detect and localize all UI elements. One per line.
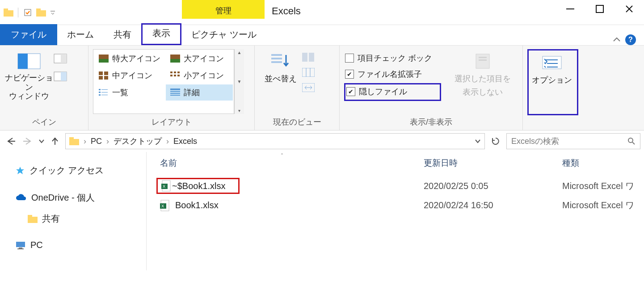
- tab-view[interactable]: 表示: [141, 23, 181, 45]
- view-layout-gallery[interactable]: 特大アイコン 大アイコン 中アイコン 小アイコン 一覧 詳細: [93, 49, 234, 114]
- properties-icon[interactable]: [22, 7, 34, 18]
- sort-by-label: 並べ替え: [265, 73, 297, 84]
- new-folder-icon[interactable]: [35, 7, 47, 18]
- file-row[interactable]: X Book1.xlsx 2020/02/24 16:50 Microsoft …: [147, 197, 644, 214]
- tree-onedrive-shared[interactable]: 共有: [15, 208, 143, 229]
- file-row[interactable]: X ~$Book1.xlsx 2020/02/25 0:05 Microsoft…: [147, 175, 644, 197]
- layout-large-icons[interactable]: 大アイコン: [166, 50, 233, 67]
- column-name[interactable]: 名前: [160, 157, 424, 169]
- svg-rect-2: [25, 9, 31, 16]
- layout-gallery-scrollbar[interactable]: ▲▼▾: [234, 49, 244, 114]
- svg-marker-54: [16, 167, 24, 174]
- svg-rect-47: [479, 57, 487, 58]
- svg-rect-24: [170, 75, 173, 76]
- maximize-button[interactable]: [585, 0, 615, 18]
- address-bar[interactable]: › PC › デスクトップ › Excels: [65, 133, 485, 149]
- svg-text:X: X: [163, 184, 165, 189]
- options-button[interactable]: オプション: [529, 50, 575, 113]
- file-date: 2020/02/24 16:50: [424, 200, 562, 210]
- size-all-columns-icon[interactable]: [302, 83, 315, 92]
- svg-rect-28: [101, 89, 108, 90]
- svg-rect-3: [36, 10, 46, 17]
- search-icon: [627, 137, 636, 145]
- svg-rect-59: [17, 248, 24, 249]
- layout-medium-icons[interactable]: 中アイコン: [94, 67, 165, 84]
- svg-rect-30: [101, 92, 108, 92]
- recent-locations-dropdown[interactable]: [38, 139, 45, 143]
- tab-picture-tools[interactable]: ピクチャ ツール: [181, 26, 266, 45]
- ribbon-group-current-view: 並べ替え 現在のビュー: [255, 46, 340, 130]
- svg-rect-31: [99, 94, 101, 96]
- file-list-view[interactable]: ˄ 名前 更新日時 種類 X ~$Book1.xlsx 2020/02/25 0…: [147, 152, 644, 270]
- navigation-pane-button[interactable]: ナビゲーション ウィンドウ: [4, 49, 54, 114]
- add-columns-icon[interactable]: [302, 68, 315, 77]
- checkbox-hidden-items[interactable]: ✔隠しファイル: [345, 84, 408, 99]
- file-date: 2020/02/25 0:05: [424, 181, 562, 191]
- ribbon-group-panes: ナビゲーション ウィンドウ ペイン: [0, 46, 88, 130]
- layout-small-icons[interactable]: 小アイコン: [166, 67, 233, 84]
- highlight-options: オプション: [527, 49, 578, 115]
- checkbox-file-extensions[interactable]: ✔ファイル名拡張子: [344, 67, 441, 81]
- tab-file[interactable]: ファイル: [0, 24, 57, 45]
- svg-text:X: X: [161, 204, 164, 208]
- breadcrumb-pc[interactable]: PC: [91, 137, 102, 146]
- svg-rect-22: [174, 71, 176, 73]
- address-history-dropdown[interactable]: [475, 139, 481, 143]
- chevron-right-icon[interactable]: ›: [166, 137, 169, 146]
- column-headers[interactable]: 名前 更新日時 種類: [147, 152, 644, 175]
- sort-by-button[interactable]: 並べ替え: [259, 49, 302, 114]
- svg-rect-18: [104, 71, 108, 75]
- svg-point-52: [628, 138, 633, 143]
- svg-rect-40: [302, 53, 307, 62]
- breadcrumb-desktop[interactable]: デスクトップ: [114, 136, 162, 147]
- forward-button[interactable]: [22, 137, 32, 145]
- tree-onedrive[interactable]: OneDrive - 個人: [15, 187, 143, 208]
- navigation-tree[interactable]: クイック アクセス OneDrive - 個人 共有 PC: [0, 152, 147, 270]
- nav-buttons: [4, 137, 62, 146]
- help-icon[interactable]: ?: [625, 34, 636, 45]
- preview-pane-icon[interactable]: [54, 54, 67, 63]
- titlebar: 管理 Excels: [0, 0, 644, 25]
- svg-rect-51: [69, 137, 74, 140]
- svg-rect-25: [174, 75, 176, 76]
- close-button[interactable]: [615, 0, 644, 18]
- svg-rect-29: [99, 92, 101, 93]
- chevron-right-icon[interactable]: ›: [106, 137, 109, 146]
- svg-rect-14: [99, 59, 109, 63]
- cloud-icon: [15, 194, 27, 202]
- collapse-ribbon-icon[interactable]: [613, 37, 621, 42]
- refresh-button[interactable]: [488, 137, 503, 146]
- tab-home[interactable]: ホーム: [57, 26, 104, 45]
- layout-list[interactable]: 一覧: [94, 84, 165, 101]
- back-button[interactable]: [6, 137, 16, 145]
- svg-rect-37: [271, 54, 282, 56]
- tree-pc[interactable]: PC: [15, 235, 143, 255]
- tree-quick-access[interactable]: クイック アクセス: [15, 160, 143, 181]
- column-date[interactable]: 更新日時: [424, 157, 562, 169]
- chevron-right-icon[interactable]: ›: [84, 137, 86, 146]
- svg-rect-10: [61, 54, 67, 63]
- group-label-layout: レイアウト: [93, 114, 250, 128]
- qat-customize-dropdown[interactable]: [49, 8, 57, 17]
- column-type[interactable]: 種類: [562, 157, 579, 169]
- layout-extra-large-icons[interactable]: 特大アイコン: [94, 50, 165, 67]
- group-by-icon[interactable]: [302, 53, 315, 62]
- minimize-button[interactable]: [556, 0, 585, 18]
- svg-rect-19: [99, 76, 103, 80]
- svg-rect-33: [170, 88, 180, 90]
- details-pane-icon[interactable]: [54, 71, 67, 81]
- navigation-pane-icon: [17, 52, 41, 71]
- search-placeholder: Excelsの検索: [511, 136, 559, 147]
- ribbon-group-options: オプション: [523, 46, 583, 130]
- breadcrumb-current[interactable]: Excels: [173, 137, 197, 146]
- search-box[interactable]: Excelsの検索: [506, 133, 640, 149]
- svg-line-53: [632, 142, 635, 144]
- svg-rect-36: [170, 95, 180, 96]
- svg-rect-41: [309, 53, 314, 62]
- checkbox-item-check-boxes[interactable]: 項目チェック ボック: [344, 51, 441, 65]
- window-title: Excels: [265, 0, 301, 25]
- tab-share[interactable]: 共有: [104, 26, 141, 45]
- up-button[interactable]: [51, 137, 59, 146]
- layout-details[interactable]: 詳細: [166, 84, 233, 101]
- svg-rect-39: [271, 61, 282, 63]
